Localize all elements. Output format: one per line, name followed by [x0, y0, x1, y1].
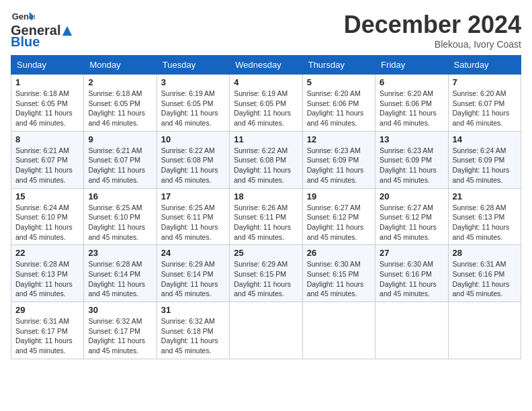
day-number: 8	[15, 134, 79, 144]
calendar-cell: 28Sunrise: 6:31 AM Sunset: 6:16 PM Dayli…	[448, 245, 521, 302]
week-row-2: 8Sunrise: 6:21 AM Sunset: 6:07 PM Daylig…	[11, 131, 521, 188]
day-number: 12	[307, 134, 371, 144]
calendar-table: SundayMondayTuesdayWednesdayThursdayFrid…	[11, 55, 521, 359]
day-info: Sunrise: 6:29 AM Sunset: 6:15 PM Dayligh…	[234, 259, 298, 299]
week-row-4: 22Sunrise: 6:28 AM Sunset: 6:13 PM Dayli…	[11, 245, 521, 302]
day-number: 5	[307, 77, 371, 87]
day-info: Sunrise: 6:25 AM Sunset: 6:10 PM Dayligh…	[88, 203, 152, 242]
calendar-cell: 14Sunrise: 6:24 AM Sunset: 6:09 PM Dayli…	[448, 131, 521, 188]
day-info: Sunrise: 6:23 AM Sunset: 6:09 PM Dayligh…	[307, 146, 371, 185]
day-number: 30	[88, 305, 152, 315]
logo-blue: Blue	[11, 34, 40, 50]
day-info: Sunrise: 6:19 AM Sunset: 6:05 PM Dayligh…	[234, 89, 298, 128]
day-info: Sunrise: 6:24 AM Sunset: 6:10 PM Dayligh…	[15, 203, 79, 242]
calendar-cell: 6Sunrise: 6:20 AM Sunset: 6:06 PM Daylig…	[375, 75, 448, 132]
logo-triangle-icon	[61, 25, 73, 37]
day-number: 19	[307, 191, 371, 201]
day-info: Sunrise: 6:31 AM Sunset: 6:16 PM Dayligh…	[453, 259, 517, 299]
calendar-cell: 17Sunrise: 6:25 AM Sunset: 6:11 PM Dayli…	[157, 188, 229, 245]
month-title: December 2024	[344, 11, 521, 39]
day-info: Sunrise: 6:21 AM Sunset: 6:07 PM Dayligh…	[88, 146, 152, 185]
day-info: Sunrise: 6:32 AM Sunset: 6:17 PM Dayligh…	[88, 316, 152, 356]
calendar-cell: 13Sunrise: 6:23 AM Sunset: 6:09 PM Dayli…	[375, 131, 448, 188]
day-number: 9	[88, 134, 152, 144]
day-info: Sunrise: 6:18 AM Sunset: 6:05 PM Dayligh…	[15, 89, 79, 128]
day-info: Sunrise: 6:19 AM Sunset: 6:05 PM Dayligh…	[161, 89, 225, 128]
day-number: 4	[234, 77, 298, 87]
calendar-cell: 30Sunrise: 6:32 AM Sunset: 6:17 PM Dayli…	[84, 302, 157, 359]
day-info: Sunrise: 6:20 AM Sunset: 6:07 PM Dayligh…	[453, 89, 517, 128]
calendar-cell: 19Sunrise: 6:27 AM Sunset: 6:12 PM Dayli…	[302, 188, 375, 245]
calendar-cell: 31Sunrise: 6:32 AM Sunset: 6:18 PM Dayli…	[157, 302, 229, 359]
calendar-cell: 8Sunrise: 6:21 AM Sunset: 6:07 PM Daylig…	[11, 131, 84, 188]
calendar-cell	[302, 302, 375, 359]
calendar-cell: 26Sunrise: 6:30 AM Sunset: 6:15 PM Dayli…	[302, 245, 375, 302]
title-block: December 2024 Blekoua, Ivory Coast	[344, 11, 521, 50]
header-wednesday: Wednesday	[230, 56, 302, 75]
calendar-body: 1Sunrise: 6:18 AM Sunset: 6:05 PM Daylig…	[11, 75, 521, 359]
logo: General General Blue	[11, 11, 74, 50]
calendar-cell: 18Sunrise: 6:26 AM Sunset: 6:11 PM Dayli…	[230, 188, 302, 245]
day-number: 29	[15, 305, 79, 315]
day-number: 15	[15, 191, 79, 201]
day-info: Sunrise: 6:24 AM Sunset: 6:09 PM Dayligh…	[453, 146, 517, 185]
day-info: Sunrise: 6:26 AM Sunset: 6:11 PM Dayligh…	[234, 203, 298, 242]
calendar-cell: 7Sunrise: 6:20 AM Sunset: 6:07 PM Daylig…	[448, 75, 521, 132]
day-number: 22	[15, 248, 79, 258]
day-info: Sunrise: 6:23 AM Sunset: 6:09 PM Dayligh…	[380, 146, 443, 185]
calendar-cell: 1Sunrise: 6:18 AM Sunset: 6:05 PM Daylig…	[11, 75, 84, 132]
calendar-cell	[230, 302, 302, 359]
calendar-header-row: SundayMondayTuesdayWednesdayThursdayFrid…	[11, 56, 521, 75]
day-number: 27	[380, 248, 443, 258]
calendar-cell: 21Sunrise: 6:28 AM Sunset: 6:13 PM Dayli…	[448, 188, 521, 245]
header-thursday: Thursday	[302, 56, 375, 75]
day-info: Sunrise: 6:22 AM Sunset: 6:08 PM Dayligh…	[161, 146, 225, 185]
day-number: 24	[161, 248, 225, 258]
day-number: 25	[234, 248, 298, 258]
day-info: Sunrise: 6:28 AM Sunset: 6:14 PM Dayligh…	[88, 259, 152, 299]
location: Blekoua, Ivory Coast	[344, 39, 521, 50]
week-row-1: 1Sunrise: 6:18 AM Sunset: 6:05 PM Daylig…	[11, 75, 521, 132]
day-info: Sunrise: 6:29 AM Sunset: 6:14 PM Dayligh…	[161, 259, 225, 299]
calendar-cell	[448, 302, 521, 359]
day-number: 23	[88, 248, 152, 258]
day-info: Sunrise: 6:27 AM Sunset: 6:12 PM Dayligh…	[380, 203, 443, 242]
day-number: 11	[234, 134, 298, 144]
calendar-cell: 22Sunrise: 6:28 AM Sunset: 6:13 PM Dayli…	[11, 245, 84, 302]
calendar-cell: 12Sunrise: 6:23 AM Sunset: 6:09 PM Dayli…	[302, 131, 375, 188]
day-number: 13	[380, 134, 443, 144]
calendar-cell: 9Sunrise: 6:21 AM Sunset: 6:07 PM Daylig…	[84, 131, 157, 188]
calendar-cell: 3Sunrise: 6:19 AM Sunset: 6:05 PM Daylig…	[157, 75, 229, 132]
day-number: 17	[161, 191, 225, 201]
day-number: 2	[88, 77, 152, 87]
calendar-cell: 29Sunrise: 6:31 AM Sunset: 6:17 PM Dayli…	[11, 302, 84, 359]
calendar-cell: 23Sunrise: 6:28 AM Sunset: 6:14 PM Dayli…	[84, 245, 157, 302]
day-number: 7	[453, 77, 517, 87]
day-number: 6	[380, 77, 443, 87]
day-info: Sunrise: 6:20 AM Sunset: 6:06 PM Dayligh…	[380, 89, 443, 128]
day-number: 21	[453, 191, 517, 201]
calendar-cell: 2Sunrise: 6:18 AM Sunset: 6:05 PM Daylig…	[84, 75, 157, 132]
day-number: 1	[15, 77, 79, 87]
day-info: Sunrise: 6:31 AM Sunset: 6:17 PM Dayligh…	[15, 316, 79, 356]
day-info: Sunrise: 6:20 AM Sunset: 6:06 PM Dayligh…	[307, 89, 371, 128]
day-info: Sunrise: 6:30 AM Sunset: 6:16 PM Dayligh…	[380, 259, 443, 299]
calendar-cell: 16Sunrise: 6:25 AM Sunset: 6:10 PM Dayli…	[84, 188, 157, 245]
logo-icon: General	[11, 11, 35, 23]
day-info: Sunrise: 6:30 AM Sunset: 6:15 PM Dayligh…	[307, 259, 371, 299]
calendar-cell: 24Sunrise: 6:29 AM Sunset: 6:14 PM Dayli…	[157, 245, 229, 302]
day-info: Sunrise: 6:25 AM Sunset: 6:11 PM Dayligh…	[161, 203, 225, 242]
calendar-cell: 10Sunrise: 6:22 AM Sunset: 6:08 PM Dayli…	[157, 131, 229, 188]
day-number: 16	[88, 191, 152, 201]
header-monday: Monday	[84, 56, 157, 75]
header-tuesday: Tuesday	[157, 56, 229, 75]
svg-marker-3	[62, 26, 72, 35]
calendar-cell: 4Sunrise: 6:19 AM Sunset: 6:05 PM Daylig…	[230, 75, 302, 132]
day-info: Sunrise: 6:18 AM Sunset: 6:05 PM Dayligh…	[88, 89, 152, 128]
day-number: 28	[453, 248, 517, 258]
day-info: Sunrise: 6:28 AM Sunset: 6:13 PM Dayligh…	[453, 203, 517, 242]
header-saturday: Saturday	[448, 56, 521, 75]
header-sunday: Sunday	[11, 56, 84, 75]
week-row-3: 15Sunrise: 6:24 AM Sunset: 6:10 PM Dayli…	[11, 188, 521, 245]
day-info: Sunrise: 6:32 AM Sunset: 6:18 PM Dayligh…	[161, 316, 225, 356]
